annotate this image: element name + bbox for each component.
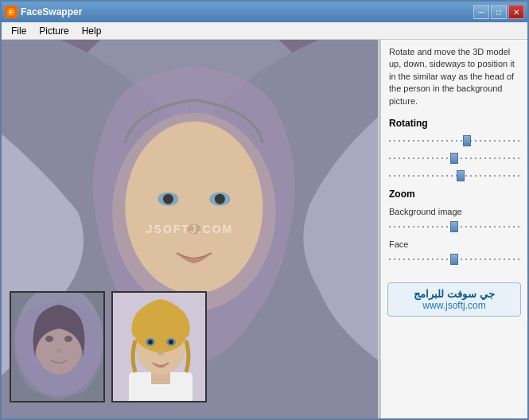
zoom-face-slider-container	[389, 254, 519, 265]
right-panel-wrapper: Rotate and move the 3D model up, down, s…	[380, 40, 527, 418]
svg-point-27	[169, 340, 173, 344]
rotate-slider-3-dots	[389, 175, 519, 177]
thumbnail-1[interactable]	[10, 291, 105, 402]
rotate-slider-2-container	[389, 153, 519, 164]
thumbnail-2[interactable]	[111, 291, 207, 402]
svg-point-28	[158, 351, 164, 356]
app-title: FaceSwapper	[21, 6, 82, 18]
app-icon: F	[5, 6, 18, 18]
maximize-button[interactable]: □	[491, 5, 507, 19]
promo-url: www.jsoftj.com	[395, 300, 514, 311]
title-bar-buttons: ─ □ ✕	[473, 5, 524, 19]
rotate-slider-2-thumb[interactable]	[450, 153, 458, 164]
rotate-slider-2-track	[389, 153, 519, 164]
rotate-slider-1-thumb[interactable]	[463, 135, 471, 146]
main-window: F FaceSwapper ─ □ ✕ File Picture Help	[0, 0, 529, 420]
menu-picture[interactable]: Picture	[33, 24, 75, 38]
title-bar-left: F FaceSwapper	[5, 6, 82, 18]
right-panel: Rotate and move the 3D model up, down, s…	[380, 40, 527, 418]
zoom-face-slider-dots	[389, 259, 519, 260]
svg-point-9	[215, 194, 225, 204]
zoom-face-slider-track	[389, 254, 519, 265]
promo-banner: جي سوفت للبرامج www.jsoftj.com	[387, 282, 521, 317]
menu-bar: File Picture Help	[2, 22, 527, 40]
minimize-button[interactable]: ─	[473, 5, 489, 19]
zoom-bg-slider-track	[389, 221, 519, 232]
svg-text:F: F	[10, 10, 14, 15]
face-zoom-label: Face	[389, 239, 519, 251]
rotate-slider-3-thumb[interactable]	[457, 170, 465, 181]
svg-point-5	[125, 122, 263, 294]
svg-point-8	[163, 194, 173, 204]
rotate-slider-1-dots	[389, 140, 519, 142]
svg-point-10	[187, 224, 200, 235]
rotate-slider-2-dots	[389, 158, 519, 159]
image-area: JSOFTJ.COM	[2, 40, 378, 418]
zoom-bg-slider-container	[389, 221, 519, 232]
menu-help[interactable]: Help	[76, 24, 108, 38]
menu-file[interactable]: File	[5, 24, 33, 38]
main-content: JSOFTJ.COM	[2, 40, 527, 418]
main-image: JSOFTJ.COM	[2, 40, 378, 418]
svg-point-26	[148, 340, 153, 344]
thumbnail-container	[10, 291, 207, 402]
promo-title: جي سوفت للبرامج	[395, 288, 514, 300]
title-bar: F FaceSwapper ─ □ ✕	[2, 2, 527, 22]
rotate-slider-1-container	[389, 135, 519, 146]
zoom-bg-slider-dots	[389, 226, 519, 228]
panel-description-area: Rotate and move the 3D model up, down, s…	[381, 40, 527, 278]
panel-description: Rotate and move the 3D model up, down, s…	[389, 46, 519, 107]
bg-image-label: Background image	[389, 206, 519, 218]
zoom-face-slider-thumb[interactable]	[450, 254, 458, 265]
rotate-slider-1-track	[389, 135, 519, 146]
rotate-slider-3-container	[389, 170, 519, 181]
zoom-section-title: Zoom	[389, 188, 519, 201]
rotating-section-title: Rotating	[389, 117, 519, 130]
rotate-slider-3-track	[389, 170, 519, 181]
zoom-bg-slider-thumb[interactable]	[450, 221, 458, 232]
close-button[interactable]: ✕	[508, 5, 524, 19]
